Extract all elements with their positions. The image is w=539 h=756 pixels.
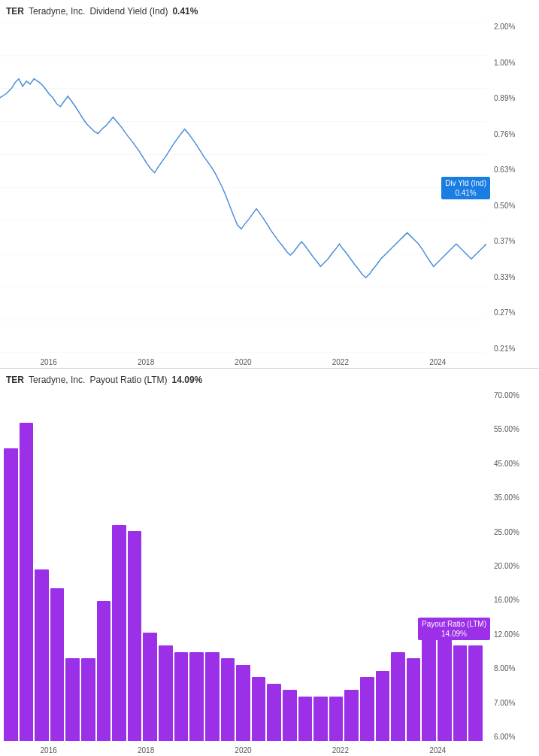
- badge-line2: 0.41%: [445, 188, 486, 198]
- x-label-2024: 2024: [429, 358, 446, 366]
- bar-item: [35, 569, 49, 741]
- by-label-7: 16.00%: [494, 596, 519, 604]
- y-label-7: 0.37%: [494, 237, 515, 245]
- bar-item: [252, 677, 266, 741]
- bar-item: [112, 525, 126, 741]
- bar-item: [376, 671, 390, 741]
- bar-chart-area: [0, 391, 486, 741]
- bar-item: [344, 690, 359, 741]
- by-label-9: 8.00%: [494, 664, 515, 673]
- bottom-metric-name: Payout Ratio (LTM): [89, 375, 167, 385]
- bx-label-2022: 2022: [332, 746, 349, 754]
- bar-item: [20, 423, 34, 741]
- bar-item: [468, 645, 483, 741]
- bar-item: [189, 652, 204, 741]
- x-label-2016: 2016: [41, 358, 57, 366]
- bx-label-2018: 2018: [138, 746, 154, 754]
- bar-item: [422, 633, 436, 741]
- bar-item: [50, 588, 65, 741]
- bar-item: [159, 645, 173, 741]
- bottom-metric-value: 14.09%: [172, 375, 203, 385]
- y-label-5: 0.63%: [494, 165, 515, 174]
- bottom-x-axis: 2016 2018 2020 2022 2024: [0, 746, 486, 754]
- top-company: Teradyne, Inc.: [29, 6, 85, 17]
- by-label-10: 7.00%: [494, 699, 515, 707]
- bar-item: [65, 658, 80, 741]
- main-container: TER Teradyne, Inc. Dividend Yield (Ind) …: [0, 0, 539, 756]
- x-label-2022: 2022: [332, 358, 349, 366]
- by-label-3: 45.00%: [494, 460, 519, 468]
- bar-item: [298, 697, 313, 741]
- bar-item: [81, 658, 95, 741]
- div-yield-badge: Div Yld (Ind) 0.41%: [441, 177, 490, 199]
- bar-item: [267, 684, 281, 741]
- top-metric-value: 0.41%: [172, 6, 198, 17]
- by-label-6: 20.00%: [494, 562, 519, 570]
- bar-item: [391, 652, 405, 741]
- y-label-8: 0.33%: [494, 273, 515, 281]
- x-label-2020: 2020: [235, 358, 251, 366]
- x-label-2018: 2018: [138, 358, 154, 366]
- bar-item: [97, 601, 111, 741]
- bar-item: [143, 633, 157, 741]
- payout-badge: Payout Ratio (LTM) 14.09%: [418, 618, 490, 640]
- y-label-10: 0.21%: [494, 345, 515, 353]
- by-label-4: 35.00%: [494, 493, 519, 502]
- payout-badge-line2: 14.09%: [422, 629, 486, 639]
- by-label-2: 55.00%: [494, 425, 519, 433]
- top-chart-area: [0, 23, 486, 353]
- y-label-1: 2.00%: [494, 23, 515, 31]
- by-label-8: 12.00%: [494, 630, 519, 639]
- bar-item: [313, 697, 328, 741]
- bar-item: [283, 690, 297, 741]
- bx-label-2020: 2020: [235, 746, 251, 754]
- y-label-2: 1.00%: [494, 59, 515, 67]
- top-ticker: TER: [6, 6, 24, 17]
- bottom-company: Teradyne, Inc.: [29, 375, 85, 385]
- bar-item: [438, 639, 452, 741]
- y-label-3: 0.89%: [494, 94, 515, 102]
- bottom-ticker: TER: [6, 375, 24, 385]
- payout-badge-line1: Payout Ratio (LTM): [422, 619, 486, 629]
- dividend-yield-chart: TER Teradyne, Inc. Dividend Yield (Ind) …: [0, 0, 539, 369]
- bar-item: [221, 658, 235, 741]
- bar-item: [4, 448, 18, 741]
- payout-ratio-chart: TER Teradyne, Inc. Payout Ratio (LTM) 14…: [0, 369, 539, 756]
- top-x-axis: 2016 2018 2020 2022 2024: [0, 358, 486, 366]
- badge-line1: Div Yld (Ind): [445, 178, 486, 188]
- y-label-9: 0.27%: [494, 308, 515, 317]
- top-metric-name: Dividend Yield (Ind): [89, 6, 168, 17]
- by-label-11: 6.00%: [494, 733, 515, 741]
- bar-item: [407, 658, 421, 741]
- bar-item: [453, 645, 468, 741]
- dividend-yield-svg: [0, 23, 486, 353]
- bar-item: [174, 652, 189, 741]
- bx-label-2016: 2016: [41, 746, 57, 754]
- y-label-4: 0.76%: [494, 130, 515, 138]
- top-y-axis: 2.00% 1.00% 0.89% 0.76% 0.63% 0.50% 0.37…: [490, 23, 539, 353]
- bottom-chart-header: TER Teradyne, Inc. Payout Ratio (LTM) 14…: [6, 375, 202, 385]
- bar-item: [205, 652, 220, 741]
- bar-item: [360, 677, 374, 741]
- bottom-y-axis: 70.00% 55.00% 45.00% 35.00% 25.00% 20.00…: [490, 391, 539, 741]
- y-label-6: 0.50%: [494, 202, 515, 210]
- by-label-5: 25.00%: [494, 528, 519, 536]
- top-chart-header: TER Teradyne, Inc. Dividend Yield (Ind) …: [6, 6, 198, 17]
- by-label-1: 70.00%: [494, 391, 519, 399]
- bx-label-2024: 2024: [429, 746, 446, 754]
- bar-item: [236, 665, 250, 741]
- bar-item: [128, 531, 142, 741]
- bar-item: [329, 697, 344, 741]
